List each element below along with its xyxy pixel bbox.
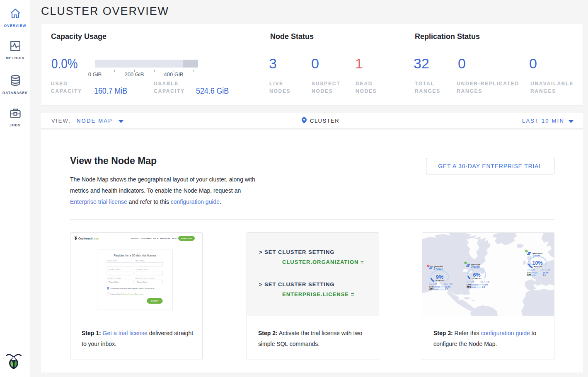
svg-text:4.7: 4.7 <box>445 288 448 290</box>
svg-text:BLOG: BLOG <box>172 238 177 239</box>
svg-text:LAST NAME: LAST NAME <box>135 260 145 262</box>
svg-text:QPS: QPS <box>527 274 532 276</box>
svg-text:Cockroach: Cockroach <box>78 237 92 240</box>
svg-text:I agree to the Software Licens: I agree to the Software License Agreemen… <box>111 293 144 295</box>
svg-text:PROJECT PHASE: PROJECT PHASE <box>107 278 121 279</box>
svg-text:CAPACITY: CAPACITY <box>472 278 482 280</box>
svg-text:Please Select: Please Select <box>109 281 119 283</box>
svg-text:SUBMIT: SUBMIT <box>151 300 159 302</box>
svg-text:Please Select: Please Select <box>137 281 148 283</box>
svg-text:REASON FOR INTEREST: REASON FOR INTEREST <box>135 278 155 279</box>
svg-text:35.1 GiB: 35.1 GiB <box>443 283 452 285</box>
svg-text:3.6 GiB: 3.6 GiB <box>527 268 535 271</box>
svg-text:FIRST NAME: FIRST NAME <box>107 260 118 262</box>
svg-text:CUSTOMERS: CUSTOMERS <box>141 238 152 239</box>
svg-text:34.4 GiB: 34.4 GiB <box>541 268 550 271</box>
svg-text:CPU: CPU <box>467 284 471 286</box>
svg-text:QPS: QPS <box>467 286 471 288</box>
svg-text:COMPANY EMAIL: COMPANY EMAIL <box>135 269 149 271</box>
svg-text:0.4: 0.4 <box>543 274 546 276</box>
svg-text:3.7 GiB: 3.7 GiB <box>467 280 474 283</box>
svg-text:42.5%: 42.5% <box>482 284 488 286</box>
svg-text:CAPACITY: CAPACITY <box>532 266 542 268</box>
svg-text:65.7 GiB: 65.7 GiB <box>480 280 489 283</box>
svg-text:CPU: CPU <box>429 286 434 288</box>
svg-text:CPU: CPU <box>527 272 532 274</box>
svg-text:PRODUCT: PRODUCT <box>131 238 140 239</box>
svg-text:DOCS: DOCS <box>153 238 158 239</box>
svg-text:3.2 GiB: 3.2 GiB <box>429 283 437 285</box>
svg-text:13.3%: 13.3% <box>543 272 549 274</box>
svg-text:I would like to receive email: I would like to receive email updates ab… <box>111 288 155 290</box>
svg-text:QPS: QPS <box>429 288 434 290</box>
svg-text:RESOURCES: RESOURCES <box>160 238 170 239</box>
svg-text:DOWNLOAD: DOWNLOAD <box>181 237 192 239</box>
svg-text:11.0%: 11.0% <box>445 286 451 288</box>
svg-text:LABS: LABS <box>93 237 99 240</box>
svg-text:0.0: 0.0 <box>482 286 485 288</box>
svg-text:CAPACITY: CAPACITY <box>435 280 445 282</box>
svg-text:COMPANY NAME: COMPANY NAME <box>107 269 121 271</box>
svg-text:Register for a 30-day trial li: Register for a 30-day trial license <box>114 254 156 257</box>
svg-text:2 Nodes: 2 Nodes <box>434 268 443 270</box>
svg-text:2 Nodes: 2 Nodes <box>471 266 480 268</box>
